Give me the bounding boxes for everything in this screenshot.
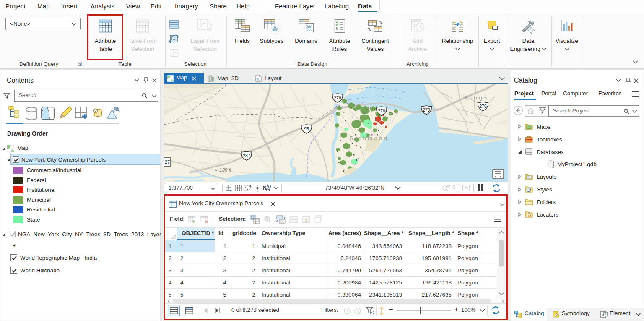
svg-text:278: 278 [479,104,487,109]
svg-text:278: 278 [378,108,385,113]
svg-text:27: 27 [165,159,170,164]
svg-text:278: 278 [423,107,430,112]
svg-text:N: N [263,185,267,191]
svg-text:Richmond: Richmond [350,135,389,141]
svg-text:287: 287 [243,153,250,158]
svg-text:139 ft: 139 ft [219,167,232,172]
svg-text:95: 95 [304,126,309,131]
svg-text:278: 278 [334,95,341,100]
svg-text:Kings: Kings [465,94,489,101]
